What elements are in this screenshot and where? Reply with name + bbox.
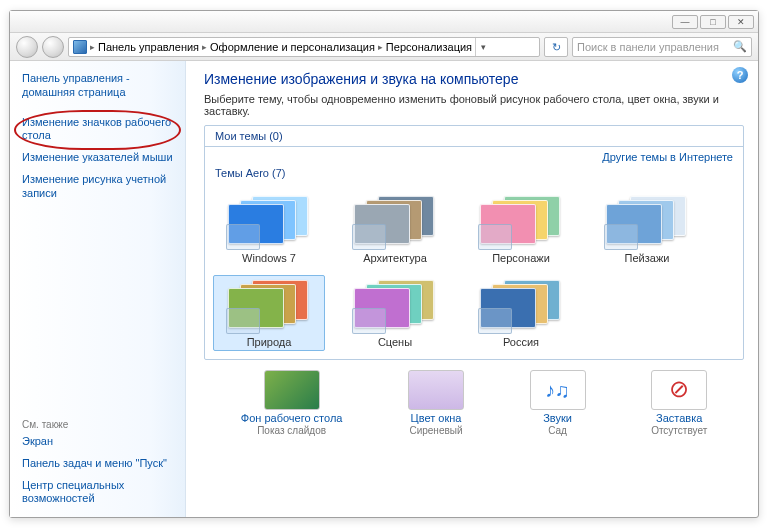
help-icon[interactable]: ? [732, 67, 748, 83]
window: — □ ✕ ▸ Панель управления ▸ Оформление и… [9, 10, 759, 518]
theme-label: Пейзажи [625, 252, 670, 264]
bottom-item[interactable]: ⊘ Заставка Отсутствует [651, 370, 707, 436]
theme-label: Архитектура [363, 252, 427, 264]
search-icon: 🔍 [733, 40, 747, 53]
bottom-item[interactable]: Цвет окна Сиреневый [408, 370, 464, 436]
address-bar[interactable]: ▸ Панель управления ▸ Оформление и персо… [68, 37, 540, 57]
close-button[interactable]: ✕ [728, 15, 754, 29]
chevron-right-icon: ▸ [378, 42, 383, 52]
main-panel: ? Изменение изображения и звука на компь… [186, 61, 758, 517]
theme-label: Природа [247, 336, 292, 348]
seealso-heading: См. также [22, 419, 175, 430]
theme-label: Windows 7 [242, 252, 296, 264]
theme-item[interactable]: Россия [465, 275, 577, 351]
bottom-icon [408, 370, 464, 410]
theme-item[interactable]: Персонажи [465, 191, 577, 267]
control-panel-icon [73, 40, 87, 54]
theme-thumbnail [228, 280, 310, 332]
chevron-right-icon: ▸ [202, 42, 207, 52]
address-dropdown[interactable]: ▾ [475, 38, 491, 56]
breadcrumb[interactable]: Персонализация [386, 41, 472, 53]
refresh-button[interactable]: ↻ [544, 37, 568, 57]
bottom-value: Сад [548, 425, 567, 436]
bottom-item[interactable]: ♪♫ Звуки Сад [530, 370, 586, 436]
forward-button[interactable] [42, 36, 64, 58]
sidebar-link-account-picture[interactable]: Изменение рисунка учетной записи [22, 170, 175, 206]
aero-themes-label: Темы Aero (7) [215, 167, 285, 179]
theme-item[interactable]: Windows 7 [213, 191, 325, 267]
theme-label: Сцены [378, 336, 412, 348]
theme-thumbnail [228, 196, 310, 248]
bottom-label: Заставка [651, 412, 707, 424]
page-title: Изменение изображения и звука на компьют… [204, 71, 744, 87]
bottom-label: Цвет окна [408, 412, 464, 424]
breadcrumb[interactable]: Панель управления [98, 41, 199, 53]
theme-thumbnail [480, 280, 562, 332]
sidebar: Панель управления - домашняя страница Из… [10, 61, 186, 517]
themes-list: Windows 7 Архитектура Персонажи Пейзажи … [213, 183, 735, 351]
bottom-value: Показ слайдов [257, 425, 326, 436]
search-placeholder: Поиск в панели управления [577, 41, 719, 53]
bottom-icon [264, 370, 320, 410]
bottom-value: Сиреневый [409, 425, 462, 436]
seealso-link-taskbar[interactable]: Панель задач и меню "Пуск" [22, 454, 175, 476]
sidebar-home-link[interactable]: Панель управления - домашняя страница [22, 69, 175, 105]
seealso-link-display[interactable]: Экран [22, 432, 175, 454]
maximize-button[interactable]: □ [700, 15, 726, 29]
bottom-icon: ♪♫ [530, 370, 586, 410]
navbar: ▸ Панель управления ▸ Оформление и персо… [10, 33, 758, 61]
theme-label: Персонажи [492, 252, 550, 264]
chevron-right-icon: ▸ [90, 42, 95, 52]
theme-item[interactable]: Природа [213, 275, 325, 351]
my-themes-label: Мои темы (0) [215, 130, 283, 142]
breadcrumb[interactable]: Оформление и персонализация [210, 41, 375, 53]
page-subtitle: Выберите тему, чтобы одновременно измени… [204, 93, 744, 117]
theme-thumbnail [354, 196, 436, 248]
bottom-links: Фон рабочего стола Показ слайдов Цвет ок… [204, 370, 744, 436]
bottom-item[interactable]: Фон рабочего стола Показ слайдов [241, 370, 343, 436]
theme-item[interactable]: Пейзажи [591, 191, 703, 267]
theme-thumbnail [354, 280, 436, 332]
bottom-label: Звуки [530, 412, 586, 424]
bottom-value: Отсутствует [651, 425, 707, 436]
titlebar: — □ ✕ [10, 11, 758, 33]
body: Панель управления - домашняя страница Из… [10, 61, 758, 517]
theme-thumbnail [480, 196, 562, 248]
bottom-label: Фон рабочего стола [241, 412, 343, 424]
search-input[interactable]: Поиск в панели управления 🔍 [572, 37, 752, 57]
theme-item[interactable]: Сцены [339, 275, 451, 351]
theme-label: Россия [503, 336, 539, 348]
theme-item[interactable]: Архитектура [339, 191, 451, 267]
more-themes-link[interactable]: Другие темы в Интернете [602, 151, 733, 163]
back-button[interactable] [16, 36, 38, 58]
seealso-link-ease[interactable]: Центр специальных возможностей [22, 476, 175, 512]
sidebar-link-desktop-icons[interactable]: Изменение значков рабочего стола [22, 113, 175, 149]
sidebar-link-pointers[interactable]: Изменение указателей мыши [22, 148, 175, 170]
theme-thumbnail [606, 196, 688, 248]
bottom-icon: ⊘ [651, 370, 707, 410]
minimize-button[interactable]: — [672, 15, 698, 29]
themes-groupbox: Мои темы (0) Другие темы в Интернете Тем… [204, 125, 744, 360]
